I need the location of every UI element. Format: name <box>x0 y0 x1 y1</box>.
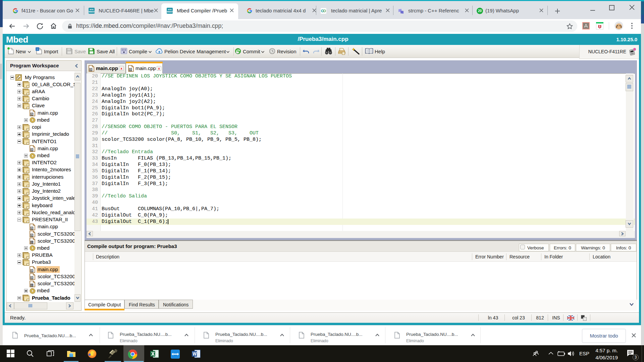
svg-text:H: H <box>31 241 33 244</box>
svg-text:c: c <box>130 68 131 71</box>
svg-text:c: c <box>90 68 92 71</box>
svg-text:c: c <box>31 269 33 272</box>
svg-text:c: c <box>31 113 33 116</box>
svg-text:c: c <box>31 227 33 230</box>
svg-text:c: c <box>31 276 33 279</box>
svg-text:H: H <box>31 284 33 287</box>
svg-text:c: c <box>31 148 33 151</box>
svg-text:c: c <box>31 234 33 237</box>
